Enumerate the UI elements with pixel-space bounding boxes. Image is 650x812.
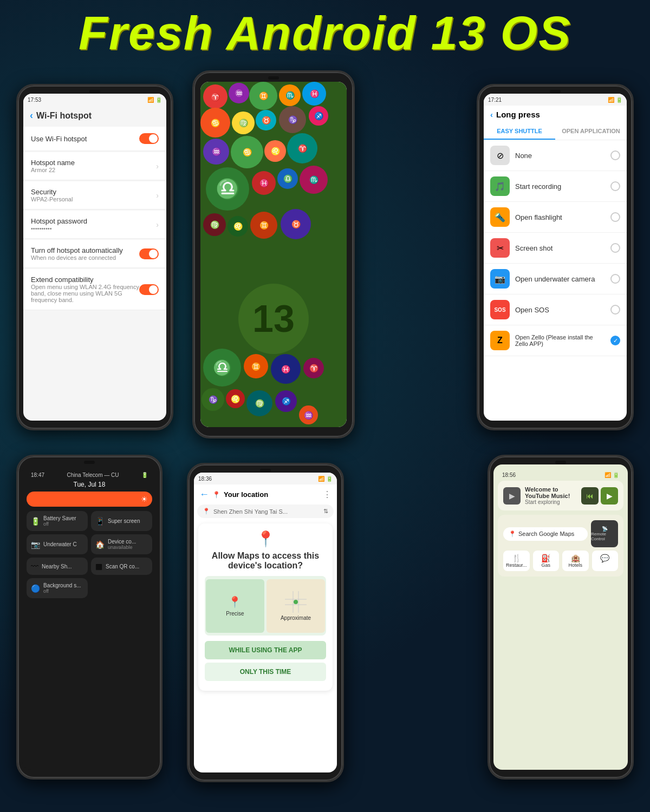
bubble-1: ♈ (203, 84, 227, 109)
wallpaper-screen: ♈ ♒ ♊ ♏ ♓ ♋ ♍ ♉ ♑ ♐ ♒ ♋ ♌ ♈ ♎ ♓ ♎ ♏ (200, 82, 347, 427)
tab-open-application[interactable]: OPEN APPLICATION (555, 123, 627, 140)
maps-cat-chat[interactable]: 💬 (592, 551, 619, 571)
while-using-btn[interactable]: WHILE USING THE APP (205, 641, 326, 659)
lp-item-underwater[interactable]: 📷 Open underwater camera (484, 264, 627, 294)
maps-location-row[interactable]: 📍 Shen Zhen Shi Yang Tai S... ⇅ (197, 505, 334, 518)
yt-play-btn[interactable]: ▶ (601, 487, 618, 505)
bubble-15: ♓ (252, 171, 276, 195)
qs-bg-info: Background s... off (43, 582, 81, 594)
maps-approx[interactable]: Approximate (266, 579, 325, 633)
maps-search-box[interactable]: 📍 Search Google Maps (503, 527, 588, 541)
maps-cat-gas[interactable]: ⛽ Gas (533, 551, 560, 571)
yt-prev-btn[interactable]: ⏮ (581, 487, 599, 505)
longpress-header: ‹ Long press (484, 106, 627, 123)
maps-search-label: Search Google Maps (518, 531, 574, 537)
lp-item-zello[interactable]: Z Open Zello (Please install the Zello A… (484, 325, 627, 356)
wifi-row-security[interactable]: Security WPA2-Personal › (23, 181, 166, 209)
dialog-title: Allow Maps to access this device's locat… (205, 551, 326, 571)
radio-screenshot[interactable] (610, 243, 620, 253)
phone-long-press: 17:21 📶 🔋 ‹ Long press EASY SHUTTLE OPEN… (477, 84, 634, 430)
bubble-2: ♒ (229, 83, 249, 103)
qs-battery-saver[interactable]: 🔋 Battery Saver off (27, 511, 88, 531)
radio-none[interactable] (610, 150, 620, 160)
flashlight-icon: 🔦 (490, 207, 510, 227)
carrier: China Telecom — CU (67, 472, 119, 478)
back-arrow-icon[interactable]: ← (199, 489, 209, 500)
remote-label: Remote Control (591, 532, 618, 541)
qs-device[interactable]: 🏠 Device co... unavailable (91, 534, 152, 554)
toggle-on-icon[interactable] (139, 248, 159, 259)
wifi-row-name[interactable]: Hotspot name Armor 22 › (23, 152, 166, 180)
yt-title: Welcome to YouTube Music! (525, 486, 577, 499)
maps-header: ← 📍 Your location ⋮ (194, 484, 337, 505)
maps-cat-hotels[interactable]: 🏨 Hotels (562, 551, 589, 571)
wifi-row-auto-off-info: Turn off hotspot automatically When no d… (31, 246, 139, 261)
swap-icon[interactable]: ⇅ (323, 508, 328, 515)
tab-easy-shuttle[interactable]: EASY SHUTTLE (484, 123, 555, 140)
wifi-header: ‹ Wi-Fi hotspot (23, 106, 166, 126)
widget-content: 18:56 📶 🔋 ▶ Welcome to YouTube Music! St… (493, 464, 628, 770)
qs-sub: unavailable (108, 545, 136, 550)
screenshot-icon: ✂ (490, 238, 510, 258)
radio-underwater[interactable] (610, 274, 620, 284)
phone-screen: 18:36 📶 🔋 ← 📍 Your location ⋮ 📍 Shen Zhe… (194, 473, 337, 772)
qs-label: Scan QR co... (106, 564, 139, 569)
bubble-11: ♒ (203, 139, 229, 165)
bubble-8: ♉ (256, 110, 276, 130)
qs-label: Nearby Sh... (42, 564, 72, 569)
lp-item-none[interactable]: ⊘ None (484, 140, 627, 171)
lp-item-sos[interactable]: SOS Open SOS (484, 294, 627, 325)
phone-notch (555, 461, 566, 464)
lp-item-flashlight[interactable]: 🔦 Open flashlight (484, 202, 627, 233)
bubble-10: ♐ (309, 106, 328, 126)
longpress-content: 17:21 📶 🔋 ‹ Long press EASY SHUTTLE OPEN… (484, 94, 627, 421)
qs-background[interactable]: 🔵 Background s... off (27, 578, 88, 598)
wifi-row-sublabel: •••••••••• (31, 225, 87, 232)
location-pin-icon: 📍 (205, 530, 326, 548)
gas-icon: ⛽ (535, 554, 557, 562)
qs-underwater[interactable]: 📷 Underwater C (27, 534, 88, 554)
bubble-6: ♋ (200, 108, 230, 137)
youtube-music-widget[interactable]: ▶ Welcome to YouTube Music! Start explor… (498, 481, 623, 510)
maps-cat-restaurant[interactable]: 🍴 Restaur... (503, 551, 530, 571)
bubble-18: ♍ (203, 213, 226, 236)
wifi-row-extend[interactable]: Extend compatibility Open menu using WLA… (23, 269, 166, 310)
qs-scan-qr[interactable]: ▦ Scan QR co... (91, 558, 152, 575)
toggle-off-icon[interactable] (139, 284, 159, 295)
maps-precise[interactable]: 📍 Precise (206, 579, 264, 633)
lp-item-screenshot[interactable]: ✂ Screen shot (484, 233, 627, 264)
remote-control-btn[interactable]: 📡 Remote Control (591, 520, 618, 547)
qs-sub: off (43, 521, 76, 527)
lp-label: Open flashlight (515, 213, 605, 221)
wifi-row-auto-off[interactable]: Turn off hotspot automatically When no d… (23, 240, 166, 268)
only-this-time-btn[interactable]: ONLY THIS TIME (205, 663, 326, 681)
bubble-24: ♈ (303, 358, 324, 378)
wifi-row-label: Hotspot password (31, 217, 87, 225)
maps-search-row: 📍 Search Google Maps 📡 Remote Control (503, 520, 618, 547)
brightness-bar[interactable]: ☀ (27, 492, 152, 507)
device-icon: 🏠 (95, 540, 105, 549)
wifi-row-hotspot-toggle[interactable]: Use Wi-Fi hotspot (23, 127, 166, 151)
location-text: Shen Zhen Shi Yang Tai S... (213, 508, 288, 515)
lp-item-recording[interactable]: 🎵 Start recording (484, 171, 627, 202)
qs-super-screen[interactable]: 📱 Super screen (91, 511, 152, 531)
back-arrow-icon[interactable]: ‹ (30, 110, 33, 121)
radio-zello-checked[interactable] (610, 336, 620, 345)
more-icon[interactable]: ⋮ (323, 489, 332, 500)
yt-text-info: Welcome to YouTube Music! Start explorin… (525, 486, 577, 505)
bubble-3: ♊ (249, 82, 277, 110)
wifi-row-password-info: Hotspot password •••••••••• (31, 217, 87, 232)
radio-flashlight[interactable] (610, 212, 620, 222)
radio-recording[interactable] (610, 181, 620, 191)
status-bar: 17:21 📶 🔋 (484, 94, 627, 106)
radio-sos[interactable] (610, 305, 620, 315)
your-location-label: Your location (224, 490, 268, 499)
back-arrow-icon[interactable]: ‹ (490, 110, 493, 119)
phone-notch (89, 90, 100, 93)
wifi-row-password[interactable]: Hotspot password •••••••••• › (23, 211, 166, 239)
qs-nearby[interactable]: 〰 Nearby Sh... (27, 558, 88, 575)
notif-content: 18:47 China Telecom — CU 🔋 Tue, Jul 18 ☀… (22, 464, 157, 770)
qs-label: Battery Saver (43, 515, 76, 521)
toggle-on-icon[interactable] (139, 133, 159, 144)
phone-screen: 17:53 📶 🔋 ‹ Wi-Fi hotspot Use Wi-Fi hots… (23, 94, 166, 421)
